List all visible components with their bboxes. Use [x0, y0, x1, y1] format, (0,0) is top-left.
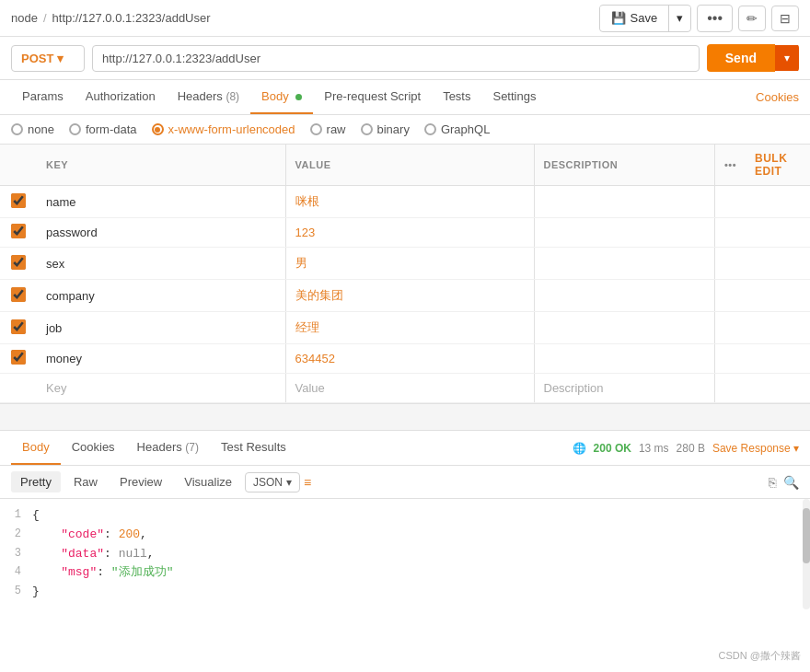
radio-graphql[interactable]: GraphQL: [424, 122, 490, 136]
cell-more-1: [714, 218, 746, 248]
format-tab-preview[interactable]: Preview: [110, 471, 171, 492]
wrap-icon[interactable]: ≡: [304, 475, 311, 490]
request-tabs-bar: Params Authorization Headers (8) Body Pr…: [0, 80, 810, 115]
section-gap: [0, 403, 810, 431]
copy-icon[interactable]: ⎘: [769, 475, 776, 490]
row-checkbox-5[interactable]: [11, 350, 26, 365]
search-icon[interactable]: 🔍: [783, 475, 799, 490]
bulk-edit-link[interactable]: Bulk Edit: [755, 152, 787, 178]
placeholder-key: Key: [46, 381, 66, 395]
scrollbar-thumb: [803, 508, 810, 563]
key-text-5: money: [46, 352, 82, 365]
form-table-body: name 咪根 password: [0, 186, 810, 403]
send-button[interactable]: Send: [707, 44, 775, 72]
cell-value-5: 634452: [285, 344, 534, 374]
radio-raw-circle: [310, 123, 322, 135]
cell-more-4: [714, 312, 746, 344]
format-type-chevron: ▾: [286, 476, 292, 489]
code-line-1: 1 {: [0, 506, 810, 526]
table-row: name 咪根: [0, 186, 810, 218]
row-checkbox-4[interactable]: [11, 319, 26, 334]
line-num-1: 1: [0, 506, 32, 524]
breadcrumb-node: node: [11, 11, 38, 25]
breadcrumb: node / http://127.0.0.1:2323/addUser: [11, 11, 211, 25]
code-area: 1 { 2 "code": 200, 3 "data": null, 4 "ms…: [0, 499, 810, 609]
breadcrumb-url: http://127.0.0.1:2323/addUser: [52, 11, 211, 25]
body-type-bar: none form-data x-www-form-urlencoded raw…: [0, 115, 810, 145]
row-checkbox-0[interactable]: [11, 193, 26, 208]
format-tab-visualize[interactable]: Visualize: [175, 471, 241, 492]
radio-none-circle: [11, 123, 23, 135]
send-btn-group: Send ▾: [707, 44, 799, 72]
cell-desc-2: [534, 248, 714, 280]
save-response-button[interactable]: Save Response ▾: [712, 442, 799, 455]
value-text-3: 美的集团: [295, 287, 343, 304]
cell-bulk-3: [746, 280, 810, 312]
request-tabs-list: Params Authorization Headers (8) Body Pr…: [11, 80, 547, 114]
method-dropdown-icon: ▾: [57, 52, 64, 65]
response-tab-cookies[interactable]: Cookies: [61, 431, 126, 465]
value-text-4: 经理: [295, 319, 319, 336]
radio-form-data-circle: [69, 123, 81, 135]
format-tab-pretty[interactable]: Pretty: [11, 471, 61, 492]
save-dropdown-button[interactable]: ▾: [669, 6, 690, 29]
row-checkbox-1[interactable]: [11, 224, 26, 238]
cookies-link[interactable]: Cookies: [756, 90, 799, 104]
save-icon: 💾: [611, 11, 626, 25]
cell-bulk-5: [746, 344, 810, 374]
globe-icon: 🌐: [573, 442, 586, 455]
key-text-0: name: [46, 195, 76, 209]
method-select[interactable]: POST ▾: [11, 45, 85, 72]
table-row: job 经理: [0, 312, 810, 344]
response-time: 13 ms: [639, 442, 669, 455]
more-button[interactable]: •••: [697, 5, 733, 32]
tab-settings[interactable]: Settings: [481, 80, 547, 114]
line-content-1: {: [32, 506, 810, 526]
cell-checkbox-5: [0, 344, 37, 374]
line-content-4: "msg": "添加成功": [32, 563, 810, 583]
format-bar: Pretty Raw Preview Visualize JSON ▾ ≡ ⎘ …: [0, 466, 810, 499]
cell-checkbox-4: [0, 312, 37, 344]
cell-key-5: money: [37, 344, 285, 374]
url-input[interactable]: [92, 45, 700, 72]
top-bar-actions: 💾 Save ▾ ••• ✏ ⊟: [599, 5, 799, 32]
cell-checkbox-2: [0, 248, 37, 280]
radio-none[interactable]: none: [11, 122, 54, 136]
format-actions: ⎘ 🔍: [769, 475, 799, 490]
format-type-select[interactable]: JSON ▾: [245, 472, 300, 492]
cell-desc-0: [534, 186, 714, 218]
radio-binary[interactable]: binary: [361, 122, 410, 136]
tab-headers[interactable]: Headers (8): [167, 80, 250, 114]
code-line-3: 3 "data": null,: [0, 545, 810, 564]
response-tab-test-results[interactable]: Test Results: [210, 431, 297, 465]
tab-tests[interactable]: Tests: [432, 80, 481, 114]
layout-button[interactable]: ⊟: [771, 6, 799, 31]
tab-body[interactable]: Body: [250, 80, 313, 114]
send-dropdown-button[interactable]: ▾: [775, 45, 799, 71]
code-line-5: 5 }: [0, 583, 810, 602]
tab-pre-request[interactable]: Pre-request Script: [313, 80, 432, 114]
radio-graphql-circle: [424, 123, 436, 135]
th-key: KEY: [37, 145, 285, 186]
row-checkbox-3[interactable]: [11, 287, 26, 302]
key-text-1: password: [46, 226, 98, 239]
response-tab-headers[interactable]: Headers (7): [126, 431, 210, 465]
radio-urlencoded[interactable]: x-www-form-urlencoded: [152, 122, 295, 136]
code-line-2: 2 "code": 200,: [0, 526, 810, 545]
tab-params[interactable]: Params: [11, 80, 75, 114]
format-tab-raw[interactable]: Raw: [64, 471, 107, 492]
radio-raw[interactable]: raw: [310, 122, 346, 136]
row-checkbox-2[interactable]: [11, 255, 26, 270]
scrollbar[interactable]: [803, 499, 810, 609]
th-more[interactable]: •••: [714, 145, 746, 186]
cell-bulk-4: [746, 312, 810, 344]
cell-bulk-2: [746, 248, 810, 280]
radio-form-data[interactable]: form-data: [69, 122, 137, 136]
value-text-5: 634452: [295, 352, 335, 365]
cell-value-1: 123: [285, 218, 534, 248]
save-button[interactable]: 💾 Save: [600, 6, 669, 29]
tab-authorization[interactable]: Authorization: [75, 80, 167, 114]
cell-bulk-1: [746, 218, 810, 248]
edit-button[interactable]: ✏: [738, 6, 766, 31]
response-tab-body[interactable]: Body: [11, 431, 61, 465]
